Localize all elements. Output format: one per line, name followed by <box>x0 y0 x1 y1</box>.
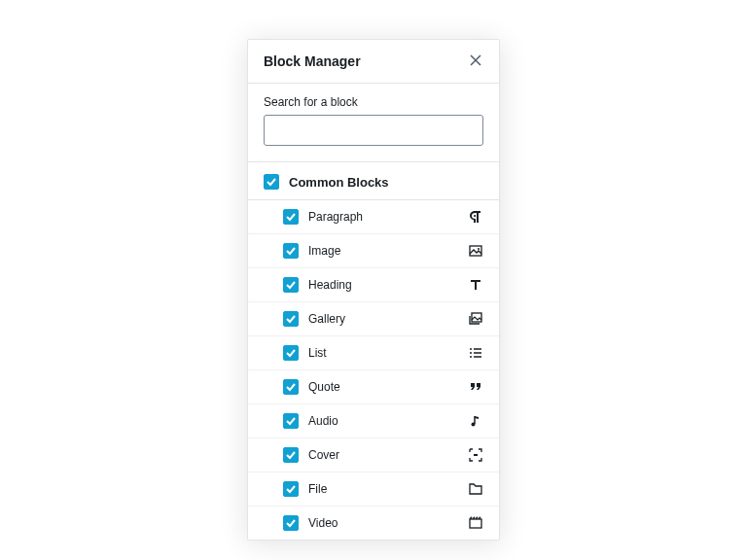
modal-title: Block Manager <box>264 53 361 69</box>
svg-rect-7 <box>474 454 478 456</box>
block-checkbox[interactable] <box>283 311 299 327</box>
block-manager-modal: Block Manager Search for a block Common … <box>247 39 500 541</box>
block-label: Heading <box>308 278 458 292</box>
svg-rect-0 <box>470 246 481 256</box>
svg-point-1 <box>478 248 480 250</box>
block-label: Audio <box>308 414 458 428</box>
block-label: File <box>308 482 458 496</box>
close-button[interactable] <box>468 53 483 69</box>
block-label: Image <box>308 244 458 258</box>
block-label: Quote <box>308 380 458 394</box>
search-label: Search for a block <box>264 95 483 109</box>
close-icon <box>470 54 481 69</box>
video-icon <box>468 515 483 531</box>
svg-point-4 <box>470 352 472 354</box>
svg-rect-2 <box>472 313 481 322</box>
block-checkbox[interactable] <box>283 243 299 259</box>
block-checkbox[interactable] <box>283 345 299 361</box>
block-item-gallery: Gallery <box>248 302 499 336</box>
block-label: Gallery <box>308 312 458 326</box>
block-checkbox[interactable] <box>283 515 299 531</box>
search-section: Search for a block <box>248 84 499 162</box>
audio-icon <box>468 413 483 429</box>
block-label: List <box>308 346 458 360</box>
block-list: Paragraph Image Heading Gallery List Quo… <box>248 199 499 540</box>
heading-icon <box>468 277 483 293</box>
svg-point-3 <box>470 348 472 350</box>
image-icon <box>468 243 483 259</box>
block-item-cover: Cover <box>248 438 499 472</box>
category-title: Common Blocks <box>289 175 389 190</box>
cover-icon <box>468 447 483 463</box>
svg-point-6 <box>472 423 476 427</box>
file-icon <box>468 481 483 497</box>
block-item-video: Video <box>248 507 499 540</box>
block-checkbox[interactable] <box>283 277 299 293</box>
block-checkbox[interactable] <box>283 379 299 395</box>
block-item-file: File <box>248 472 499 507</box>
category-header: Common Blocks <box>248 162 499 199</box>
block-item-list: List <box>248 336 499 370</box>
block-item-image: Image <box>248 234 499 268</box>
block-item-audio: Audio <box>248 404 499 438</box>
category-checkbox[interactable] <box>264 174 279 190</box>
block-checkbox[interactable] <box>283 413 299 429</box>
paragraph-icon <box>468 209 483 225</box>
list-icon <box>468 345 483 361</box>
svg-point-5 <box>470 356 472 358</box>
gallery-icon <box>468 311 483 327</box>
svg-rect-8 <box>470 519 481 528</box>
block-item-quote: Quote <box>248 370 499 404</box>
block-checkbox[interactable] <box>283 447 299 463</box>
search-input[interactable] <box>264 115 483 146</box>
block-label: Paragraph <box>308 210 458 224</box>
block-label: Cover <box>308 448 458 462</box>
quote-icon <box>468 379 483 395</box>
block-item-heading: Heading <box>248 268 499 302</box>
block-label: Video <box>308 516 458 530</box>
modal-header: Block Manager <box>248 40 499 84</box>
block-checkbox[interactable] <box>283 209 299 225</box>
block-item-paragraph: Paragraph <box>248 200 499 234</box>
block-checkbox[interactable] <box>283 481 299 497</box>
